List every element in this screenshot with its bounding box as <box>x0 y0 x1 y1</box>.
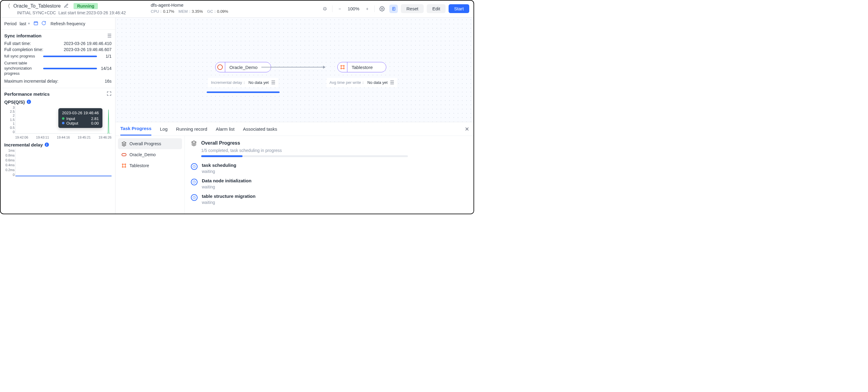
sync-mode: INITIAL SYNC+CDC <box>17 10 56 15</box>
step-item: table structure migrationwaiting <box>191 194 467 205</box>
svg-point-0 <box>381 8 383 9</box>
back-icon[interactable]: 〈 <box>5 2 10 10</box>
tab-running-record[interactable]: Running record <box>176 123 207 135</box>
stack-icon <box>121 141 127 147</box>
svg-point-6 <box>343 68 344 69</box>
full-start-label: Full start time: <box>4 41 31 46</box>
perf-title: Performance metrics <box>4 92 50 97</box>
svg-point-10 <box>125 166 126 167</box>
clock-icon <box>191 163 197 170</box>
table-progress-value: 14/14 <box>99 66 112 71</box>
full-progress-label: full sync progress <box>4 54 41 59</box>
refresh-icon[interactable] <box>41 21 46 27</box>
full-progress-value: 1/1 <box>99 54 112 59</box>
tab-alarm-list[interactable]: Alarm list <box>216 123 235 135</box>
full-end-label: Full completion time: <box>4 47 43 52</box>
full-start-value: 2023-03-26 19:46:46.410 <box>64 41 112 46</box>
clipboard-icon[interactable] <box>389 5 398 13</box>
zoom-in-icon[interactable]: + <box>363 5 371 13</box>
chart-tooltip: 2023-03-26 19:46:46 Input2.81 Output0.00 <box>58 108 102 128</box>
calendar-icon[interactable] <box>33 21 38 27</box>
fullscreen-exit-icon[interactable] <box>321 5 329 13</box>
refresh-freq-label: Refresh frequency <box>51 21 85 26</box>
qps-spike <box>107 108 110 133</box>
source-stat: Incremental delay： No data yet ☰ <box>208 78 278 87</box>
period-label: Period <box>4 21 17 26</box>
clock-icon <box>191 194 197 201</box>
table-progress-bar <box>43 68 97 69</box>
source-progress-bar <box>207 92 280 93</box>
tab-task-progress[interactable]: Task Progress <box>120 122 151 135</box>
period-select[interactable]: last▼ <box>20 21 30 26</box>
zoom-value: 100% <box>348 6 359 11</box>
page-title: Oracle_To_Tablestore <box>13 3 61 9</box>
full-progress-bar <box>43 56 97 57</box>
svg-point-9 <box>122 166 123 167</box>
table-progress-label: Current table synchronization progress <box>4 61 41 76</box>
start-button[interactable]: Start <box>448 4 469 13</box>
info-icon[interactable]: i <box>45 142 49 147</box>
svg-point-3 <box>341 65 342 66</box>
overall-progress-bar <box>201 155 408 157</box>
last-start: Last start time:2023-03-26 19:46:42 <box>58 10 126 15</box>
delay-chart: Incremental delayi 1ms 0.8ms 0.6ms 0.4ms… <box>4 142 112 182</box>
overall-progress-title: Overall Progress <box>201 140 240 146</box>
agent-name: dfs-agent-Home <box>151 2 321 8</box>
tree-tablestore[interactable]: Tablestore <box>118 160 182 171</box>
settings-icon[interactable] <box>378 5 386 13</box>
status-badge: Running <box>73 3 98 9</box>
mem-stat: MEM：3.35% <box>178 9 203 14</box>
max-delay-value: 16s <box>104 79 112 84</box>
gc-stat: GC：0.09% <box>207 9 228 14</box>
oracle-icon <box>215 62 225 72</box>
svg-rect-2 <box>34 22 38 25</box>
list-icon[interactable]: ☰ <box>107 33 112 39</box>
info-icon[interactable]: i <box>27 100 31 104</box>
divider <box>332 5 333 12</box>
stack-icon <box>191 140 197 146</box>
svg-point-7 <box>122 164 123 165</box>
svg-point-4 <box>343 65 344 66</box>
oracle-icon <box>121 152 127 158</box>
list-icon[interactable]: ☰ <box>390 79 394 86</box>
edit-button[interactable]: Edit <box>427 4 445 13</box>
sync-info-title: Sync information <box>4 33 42 38</box>
tablestore-icon <box>121 163 127 169</box>
close-icon[interactable]: ✕ <box>465 126 469 132</box>
svg-point-8 <box>125 164 126 165</box>
tab-log[interactable]: Log <box>160 123 167 135</box>
tab-associated-tasks[interactable]: Associated tasks <box>243 123 277 135</box>
overall-progress-sub: 1/5 completed, task scheduling in progre… <box>201 148 467 153</box>
step-item: task schedulingwaiting <box>191 163 467 174</box>
tree-oracle[interactable]: Oracle_Demo <box>118 149 182 160</box>
svg-point-5 <box>341 68 342 69</box>
delay-line <box>16 176 112 176</box>
qps-chart: QPS(Q/S)i 3 2.5 2 1.5 1 0.5 0 <box>4 99 112 139</box>
cpu-stat: CPU：0.17% <box>151 9 174 14</box>
tree-overall[interactable]: Overall Progress <box>118 138 182 149</box>
target-stat: Avg time per write： No data yet ☰ <box>327 78 397 87</box>
step-item: Data node initializationwaiting <box>191 178 467 189</box>
full-end-value: 2023-03-26 19:46:46.607 <box>64 47 112 52</box>
pipeline-canvas[interactable]: Oracle_Demo Incremental delay： No data y… <box>116 18 473 122</box>
list-icon[interactable]: ☰ <box>271 79 275 86</box>
reset-button[interactable]: Reset <box>401 4 424 13</box>
tablestore-icon <box>338 62 347 72</box>
max-delay-label: Maximum incremental delay: <box>4 79 58 84</box>
rename-icon[interactable] <box>64 3 69 9</box>
clock-icon <box>191 179 197 185</box>
expand-icon[interactable] <box>107 91 112 97</box>
divider <box>374 5 375 12</box>
edge-arrow <box>261 67 325 67</box>
target-node[interactable]: Tablestore Avg time per write： No data y… <box>327 62 397 87</box>
zoom-out-icon[interactable]: − <box>336 5 344 13</box>
